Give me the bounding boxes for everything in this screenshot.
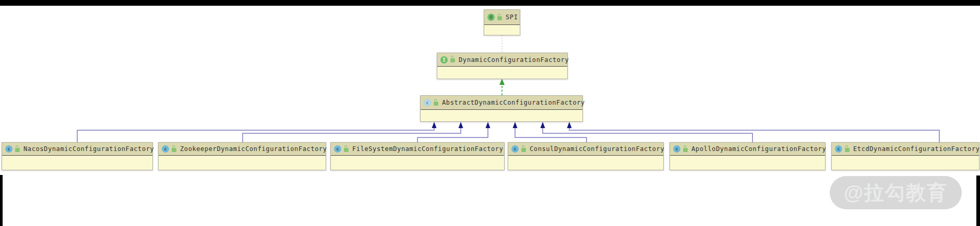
node-header: c AbstractDynamicConfigurationFactory [421,96,582,110]
extends-arrowhead-icon [432,122,437,128]
node-header: c EtcdDynamicConfigurationFactory [832,143,979,156]
class-icon: c [5,145,13,153]
annotation-icon: @ [487,14,495,21]
class-icon: c [835,145,842,153]
class-node-abstractdynamicconfigurationfactory[interactable]: c AbstractDynamicConfigurationFactory [420,95,583,122]
uml-diagram-canvas: @ SPI I DynamicConfigurationFactory c Ab… [0,0,980,226]
class-node-dynamicconfigurationfactory[interactable]: I DynamicConfigurationFactory [437,53,568,79]
class-icon: c [511,145,519,153]
interface-icon: I [440,56,448,64]
node-label: ConsulDynamicConfigurationFactory [530,145,664,153]
lock-icon [521,148,526,152]
node-label: ZookeeperDynamicConfigurationFactory [180,145,327,153]
extends-edge-filesystem [417,128,488,142]
extends-arrowhead-icon [541,122,545,128]
lock-icon [15,148,20,152]
extends-edge-zookeeper [243,128,461,142]
lock-icon [497,16,502,20]
extends-edge-consul [515,128,587,142]
extends-arrowhead-icon [513,122,518,128]
class-icon: c [334,145,341,153]
extends-arrowhead-icon [459,122,463,128]
lock-icon [845,148,850,152]
node-label: SPI [506,14,518,21]
node-header: c ApolloDynamicConfigurationFactory [670,143,825,156]
lock-icon [172,148,176,152]
class-node-nacosdynamicconfigurationfactory[interactable]: c NacosDynamicConfigurationFactory [2,142,153,170]
node-label: FileSystemDynamicConfigurationFactory [352,145,504,153]
extends-edge-apollo [543,128,752,142]
node-header: c ConsulDynamicConfigurationFactory [508,143,663,156]
node-label: DynamicConfigurationFactory [459,56,569,64]
node-header: I DynamicConfigurationFactory [437,53,567,67]
watermark-badge: @拉勾教育 [830,176,962,209]
implements-arrowhead-icon [499,79,505,85]
node-label: ApolloDynamicConfigurationFactory [691,145,826,153]
class-icon: c [673,145,680,153]
node-header: c ZookeeperDynamicConfigurationFactory [159,143,326,156]
class-node-consuldynamicconfigurationfactory[interactable]: c ConsulDynamicConfigurationFactory [508,142,664,170]
extends-arrowhead-icon [486,122,491,128]
class-icon: c [162,145,169,153]
lock-icon [344,148,349,152]
extends-arrowhead-icon [567,122,572,128]
class-node-zookeeperdynamicconfigurationfactory[interactable]: c ZookeeperDynamicConfigurationFactory [158,142,326,170]
lock-icon [450,58,455,62]
class-node-filesystemdynamicconfigurationfactory[interactable]: c FileSystemDynamicConfigurationFactory [330,142,505,170]
abstract-class-icon: c [424,99,431,106]
class-node-etcddynamicconfigurationfactory[interactable]: c EtcdDynamicConfigurationFactory [831,142,979,170]
extends-edge-etcd [569,128,939,142]
node-label: AbstractDynamicConfigurationFactory [442,99,585,106]
class-node-spi[interactable]: @ SPI [484,9,520,35]
lock-icon [683,148,688,152]
class-node-apollodynamicconfigurationfactory[interactable]: c ApolloDynamicConfigurationFactory [670,142,826,170]
lock-icon [434,102,438,106]
node-label: NacosDynamicConfigurationFactory [23,145,154,153]
extends-edge-nacos [77,128,434,142]
node-label: EtcdDynamicConfigurationFactory [853,145,980,153]
node-header: c FileSystemDynamicConfigurationFactory [331,143,504,156]
node-header: @ SPI [484,10,520,25]
node-header: c NacosDynamicConfigurationFactory [2,143,152,156]
